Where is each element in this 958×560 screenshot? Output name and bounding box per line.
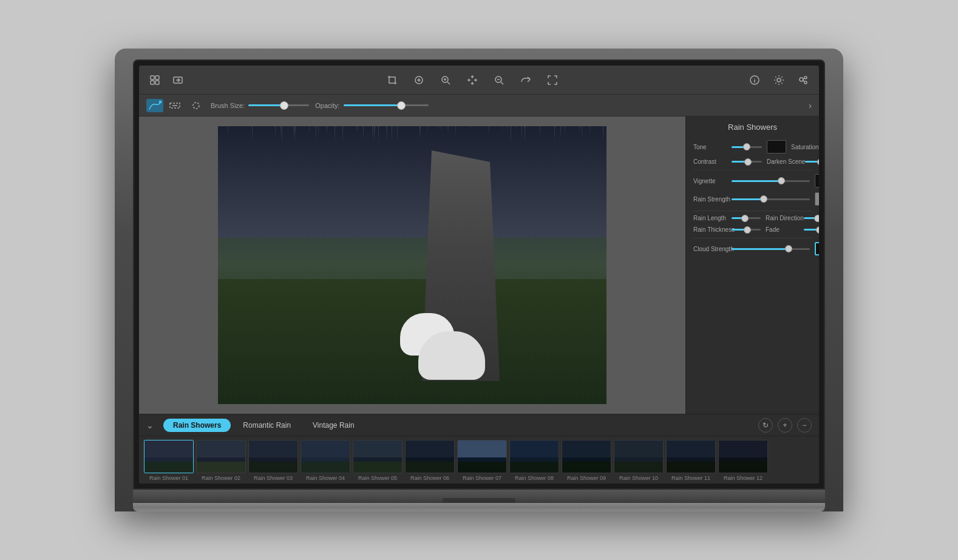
tab-romantic-rain[interactable]: Romantic Rain <box>233 419 301 432</box>
brush-select-button[interactable] <box>188 99 205 112</box>
laptop-frame: Brush Size: Opacity: › <box>115 49 843 511</box>
thumbnail-item[interactable]: Rain Shower 09 <box>562 440 611 481</box>
divider-3 <box>693 238 812 238</box>
divider-2 <box>693 211 812 211</box>
vignette-swatch[interactable] <box>815 174 819 187</box>
screen-bezel: Brush Size: Opacity: › <box>133 59 825 490</box>
thumbnail-label: Rain Shower 05 <box>358 475 397 481</box>
thumbnail-item[interactable]: Rain Shower 10 <box>614 440 664 481</box>
info-icon[interactable] <box>746 72 763 89</box>
opacity-slider[interactable] <box>344 104 429 106</box>
thumbnail-item[interactable]: Rain Shower 06 <box>405 440 455 481</box>
tab-vintage-rain[interactable]: Vintage Rain <box>303 419 364 432</box>
crop-icon[interactable] <box>384 72 401 89</box>
svg-point-9 <box>777 78 781 82</box>
svg-rect-26 <box>301 462 350 473</box>
tone-slider[interactable] <box>732 146 762 148</box>
rain-direction-slider[interactable] <box>804 217 819 219</box>
brush-paint-button[interactable] <box>146 99 163 112</box>
brush-size-slider[interactable] <box>248 104 309 106</box>
thumbnail-label: Rain Shower 12 <box>724 475 763 481</box>
canvas-area: .rl { position: absolute; width: 1px; op… <box>139 116 685 414</box>
sheep-2 <box>418 331 485 380</box>
vignette-slider[interactable] <box>732 180 810 182</box>
library-icon[interactable] <box>146 72 163 89</box>
redo-icon[interactable] <box>517 72 534 89</box>
import-icon[interactable] <box>169 72 186 89</box>
thumbnail-item[interactable]: Rain Shower 12 <box>718 440 768 481</box>
thumbnail-item[interactable]: Rain Shower 11 <box>666 440 716 481</box>
cloud-strength-slider[interactable] <box>732 248 810 250</box>
saturation-label: Saturation <box>791 144 819 150</box>
thumbnail-item[interactable]: Rain Shower 04 <box>301 440 350 481</box>
rain-length-slider[interactable] <box>732 217 761 219</box>
photo-background: .rl { position: absolute; width: 1px; op… <box>218 126 606 404</box>
zoom-in-icon[interactable] <box>437 72 454 89</box>
opacity-label: Opacity: <box>315 102 339 109</box>
add-icon[interactable]: + <box>778 418 792 433</box>
rain-strength-slider[interactable] <box>732 198 810 200</box>
divider-1 <box>693 170 812 170</box>
refresh-icon[interactable]: ↻ <box>758 418 773 433</box>
tone-label: Tone <box>693 144 727 150</box>
rain-thickness-slider[interactable] <box>732 229 761 231</box>
screen: Brush Size: Opacity: › <box>139 66 819 484</box>
thumbnail-label: Rain Shower 10 <box>619 475 658 481</box>
thumbnail-label: Rain Shower 09 <box>567 475 606 481</box>
brush-tool-group <box>146 99 205 112</box>
svg-rect-2 <box>151 81 154 84</box>
main-content: .rl { position: absolute; width: 1px; op… <box>139 116 819 414</box>
fade-slider[interactable] <box>804 229 819 231</box>
rain-direction-label: Rain Direction <box>766 215 799 221</box>
zoom-out-icon[interactable] <box>491 72 508 89</box>
rain-length-direction-row: Rain Length Rain Direction <box>693 215 812 221</box>
cloud-strength-swatch[interactable] <box>815 242 819 255</box>
tab-rain-showers[interactable]: Rain Showers <box>163 419 231 432</box>
thumbnail-item[interactable]: Rain Shower 05 <box>353 440 403 481</box>
thumbnail-item[interactable]: Rain Shower 03 <box>248 440 298 481</box>
thumbnail-label: Rain Shower 07 <box>463 475 501 481</box>
minus-icon[interactable]: − <box>797 418 812 433</box>
svg-rect-29 <box>353 462 403 473</box>
svg-point-11 <box>804 76 807 79</box>
expand-button[interactable]: › <box>809 101 812 110</box>
contrast-darken-row: Contrast Darken Scene <box>693 158 812 165</box>
svg-rect-25 <box>301 440 350 457</box>
svg-rect-0 <box>151 76 154 79</box>
bottom-tabs-bar: ⌄ Rain Showers Romantic Rain Vintage Rai… <box>139 414 819 436</box>
fade-label: Fade <box>766 226 799 233</box>
move-icon[interactable] <box>464 72 481 89</box>
svg-rect-40 <box>562 440 611 457</box>
toolbar-right-icons <box>746 72 812 89</box>
settings-icon[interactable] <box>770 72 787 89</box>
heal-icon[interactable] <box>410 72 427 89</box>
rain-strength-label: Rain Strength <box>693 196 727 203</box>
thumbnail-item[interactable]: Rain Shower 08 <box>509 440 559 481</box>
sky-layer <box>218 126 606 237</box>
main-toolbar <box>139 66 819 95</box>
thumbnail-item[interactable]: Rain Shower 01 <box>144 440 194 481</box>
svg-rect-17 <box>144 462 194 473</box>
svg-rect-50 <box>719 462 768 473</box>
svg-point-10 <box>800 78 803 81</box>
share-icon[interactable] <box>795 72 812 89</box>
opacity-control: Opacity: <box>315 102 428 109</box>
rain-strength-swatch[interactable] <box>815 192 819 206</box>
fullscreen-icon[interactable] <box>544 72 561 89</box>
contrast-label: Contrast <box>693 158 727 165</box>
cloud-strength-row: Cloud Strength <box>693 242 812 255</box>
thumbnail-label: Rain Shower 08 <box>515 475 554 481</box>
brush-erase-button[interactable] <box>167 99 184 112</box>
darken-scene-slider[interactable] <box>805 161 819 163</box>
thumbnail-label: Rain Shower 03 <box>254 475 293 481</box>
svg-rect-34 <box>458 440 507 457</box>
tone-swatch[interactable] <box>767 140 786 153</box>
svg-rect-3 <box>155 81 159 84</box>
thumbnail-item[interactable]: Rain Shower 02 <box>196 440 246 481</box>
contrast-slider[interactable] <box>732 161 762 163</box>
thumbnail-item[interactable]: Rain Shower 07 <box>457 440 507 481</box>
vignette-row: Vignette <box>693 174 812 187</box>
collapse-button[interactable]: ⌄ <box>146 420 154 430</box>
svg-rect-44 <box>614 462 664 473</box>
svg-point-13 <box>160 101 161 103</box>
